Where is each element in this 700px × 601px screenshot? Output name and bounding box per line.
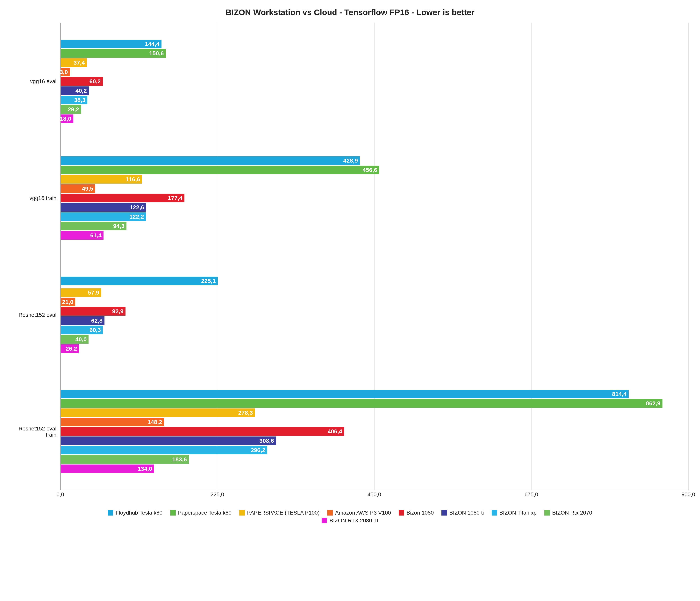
legend-item: Floydhub Tesla k80 xyxy=(108,510,162,516)
legend-label: PAPERSPACE (TESLA P100) xyxy=(247,510,320,516)
bar: 26,2 xyxy=(61,344,79,353)
legend-item: Bizon 1080 xyxy=(399,510,434,516)
bar: 862,9 xyxy=(61,399,662,408)
legend-swatch xyxy=(327,510,333,515)
bar: 122,6 xyxy=(61,203,146,212)
legend-swatch xyxy=(399,510,404,515)
bar: 21,0 xyxy=(61,298,75,306)
bar: 57,9 xyxy=(61,288,101,297)
legend-item: Amazon AWS P3 V100 xyxy=(327,510,391,516)
bar-group: 225,157,921,092,962,860,340,026,2 xyxy=(61,257,688,373)
bar: 144,4 xyxy=(61,40,161,48)
bar: 62,8 xyxy=(61,316,104,325)
bar: 29,2 xyxy=(61,105,81,114)
legend-item: BIZON 1080 ti xyxy=(442,510,484,516)
bar: 177,4 xyxy=(61,194,184,202)
x-tick: 225,0 xyxy=(210,491,224,498)
bar: 278,3 xyxy=(61,408,255,417)
bar: 61,4 xyxy=(61,231,103,240)
legend: Floydhub Tesla k80Paperspace Tesla k80PA… xyxy=(97,510,603,524)
legend-label: Floydhub Tesla k80 xyxy=(116,510,162,516)
category-label: vgg16 train xyxy=(12,140,56,257)
bar: 406,4 xyxy=(61,427,344,436)
bar: 116,6 xyxy=(61,175,142,184)
bar: 134,0 xyxy=(61,464,154,473)
x-axis-ticks: 0,0225,0450,0675,0900,0 xyxy=(60,490,688,500)
x-tick: 675,0 xyxy=(525,491,538,498)
legend-swatch xyxy=(492,510,497,515)
legend-item: PAPERSPACE (TESLA P100) xyxy=(239,510,320,516)
legend-item: Paperspace Tesla k80 xyxy=(170,510,231,516)
legend-label: BIZON 1080 ti xyxy=(449,510,484,516)
bar: 40,2 xyxy=(61,87,89,95)
legend-item: BIZON Rtx 2070 xyxy=(544,510,592,516)
x-tick: 900,0 xyxy=(681,491,695,498)
bar: 148,2 xyxy=(61,418,164,426)
legend-item: BIZON RTX 2080 TI xyxy=(322,518,378,524)
bar-group: 428,9456,6116,649,5177,4122,6122,294,361… xyxy=(61,140,688,257)
x-tick: 0,0 xyxy=(57,491,64,498)
legend-label: BIZON RTX 2080 TI xyxy=(329,518,378,524)
bar xyxy=(61,286,62,288)
legend-swatch xyxy=(108,510,113,515)
bar: 814,4 xyxy=(61,390,629,398)
chart-title: BIZON Workstation vs Cloud - Tensorflow … xyxy=(12,8,688,17)
category-label: vgg16 eval xyxy=(12,23,56,140)
bar: 92,9 xyxy=(61,307,125,316)
legend-swatch xyxy=(442,510,447,515)
legend-swatch xyxy=(170,510,176,515)
chart-body: vgg16 evalvgg16 trainResnet152 evalResne… xyxy=(12,23,688,490)
bar: 150,6 xyxy=(61,49,166,57)
category-label: Resnet152 eval xyxy=(12,257,56,374)
bar: 13,0 xyxy=(61,68,70,76)
bar: 456,6 xyxy=(61,166,379,174)
bar: 49,5 xyxy=(61,184,95,193)
bar-group: 814,4862,9278,3148,2406,4308,6296,2183,6… xyxy=(61,373,688,490)
bar: 38,3 xyxy=(61,96,88,104)
bar-group: 144,4150,637,413,060,240,238,329,218,0 xyxy=(61,23,688,140)
legend-label: BIZON Titan xp xyxy=(499,510,536,516)
bar: 40,0 xyxy=(61,335,89,344)
legend-label: Amazon AWS P3 V100 xyxy=(335,510,391,516)
bar: 428,9 xyxy=(61,156,360,165)
bar: 18,0 xyxy=(61,115,73,123)
legend-label: BIZON Rtx 2070 xyxy=(552,510,592,516)
bar: 60,3 xyxy=(61,326,103,334)
bar: 122,2 xyxy=(61,212,146,221)
legend-swatch xyxy=(239,510,245,515)
bar-groups: 144,4150,637,413,060,240,238,329,218,042… xyxy=(61,23,688,490)
legend-item: BIZON Titan xp xyxy=(492,510,536,516)
x-tick: 450,0 xyxy=(368,491,381,498)
bar: 308,6 xyxy=(61,436,276,445)
bar: 37,4 xyxy=(61,58,87,67)
legend-label: Paperspace Tesla k80 xyxy=(178,510,231,516)
legend-swatch xyxy=(544,510,550,515)
bar: 296,2 xyxy=(61,446,267,454)
plot-area: 144,4150,637,413,060,240,238,329,218,042… xyxy=(60,23,688,490)
legend-swatch xyxy=(322,518,327,523)
category-label: Resnet152 eval train xyxy=(12,374,56,490)
bar: 60,2 xyxy=(61,77,103,86)
bar: 183,6 xyxy=(61,455,189,464)
bar: 225,1 xyxy=(61,277,218,285)
y-axis-labels: vgg16 evalvgg16 trainResnet152 evalResne… xyxy=(12,23,60,490)
bar: 94,3 xyxy=(61,222,126,230)
legend-label: Bizon 1080 xyxy=(406,510,434,516)
